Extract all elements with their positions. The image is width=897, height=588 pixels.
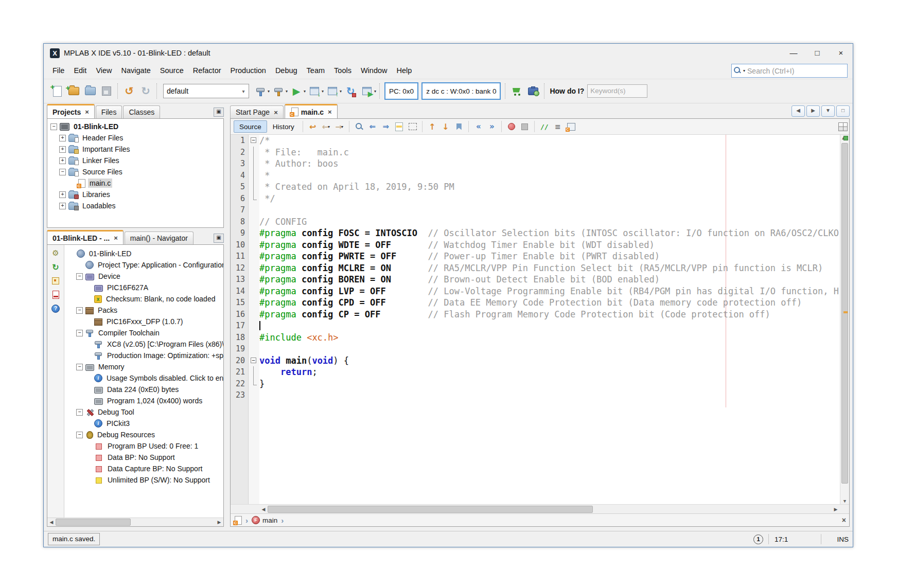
collapse-icon[interactable]: − (76, 364, 83, 370)
navigator-item-pickit3[interactable]: iPICkit3 (64, 418, 223, 429)
marketplace-button[interactable] (508, 82, 525, 100)
menu-help[interactable]: Help (392, 64, 417, 77)
code-line-6[interactable]: 6 */ (231, 193, 849, 205)
collapse-icon[interactable]: − (59, 169, 66, 175)
projects-item-header-files[interactable]: +Header Files (47, 132, 223, 144)
scroll-down-icon[interactable]: ▼ (840, 498, 849, 504)
find-previous-button[interactable]: ⇐ (366, 120, 379, 133)
close-icon[interactable]: × (328, 108, 332, 116)
code-line-3[interactable]: 3 * Author: boos (231, 158, 849, 170)
find-next-button[interactable]: ⇒ (379, 120, 393, 133)
keyword-input[interactable]: Keyword(s) (587, 84, 647, 98)
collapse-icon[interactable]: − (50, 123, 57, 130)
build-project-button[interactable] (252, 82, 269, 100)
save-all-button[interactable] (98, 82, 115, 100)
search-input[interactable]: ▾ Search (Ctrl+I) (731, 64, 848, 78)
menu-view[interactable]: View (91, 64, 116, 77)
fold-collapse-icon[interactable] (248, 135, 259, 147)
expand-icon[interactable]: + (59, 157, 66, 164)
code-line-8[interactable]: 8// CONFIG (231, 216, 849, 228)
close-button[interactable]: × (829, 44, 853, 62)
maximize-editor-button[interactable]: □ (836, 105, 850, 117)
projects-item-libraries[interactable]: +Libraries (47, 189, 223, 200)
fold-collapse-icon[interactable] (248, 355, 259, 367)
navigator-item-program-bp-used-0-free-1[interactable]: Program BP Used: 0 Free: 1 (64, 440, 223, 452)
navigator-item-checksum-blank-no-code-loaded[interactable]: xChecksum: Blank, no code loaded (64, 293, 223, 305)
macro-expansion-button[interactable] (565, 120, 578, 133)
code-line-20[interactable]: 20void main(void) { (231, 355, 849, 367)
code-line-15[interactable]: 15#pragma config CPD = OFF // Data EE Me… (231, 297, 849, 309)
clean-build-button[interactable] (270, 82, 287, 100)
editor-tab-start-page[interactable]: Start Page× (230, 105, 284, 118)
undo-button[interactable]: ↺ (121, 82, 137, 100)
expand-icon[interactable]: + (59, 146, 66, 153)
forward-button[interactable]: →▾ (333, 120, 346, 133)
navigator-item-compiler-toolchain[interactable]: −Compiler Toolchain (64, 327, 223, 338)
collapse-icon[interactable]: − (76, 307, 83, 314)
minimize-window-button[interactable]: ▣ (214, 234, 224, 243)
code-line-22[interactable]: 22} (231, 378, 849, 390)
scroll-tabs-right-button[interactable]: ▶ (806, 105, 820, 117)
open-project-button[interactable] (82, 82, 98, 100)
close-icon[interactable]: × (85, 108, 89, 116)
code-line-17[interactable]: 17 (231, 320, 849, 332)
navigator-item-pic16fxxx-dfp-1-0-7[interactable]: PIC16Fxxx_DFP (1.0.7) (64, 316, 223, 327)
stop-macro-button[interactable] (518, 120, 532, 133)
navigator-item-pic16f627a[interactable]: PIC16F627A (64, 282, 223, 293)
scroll-thumb[interactable] (56, 519, 131, 526)
navigator-item-data-224-0xe0-bytes[interactable]: Data 224 (0xE0) bytes (64, 384, 223, 395)
rectangular-selection-button[interactable] (406, 120, 419, 133)
navigator-tab-main-navigator[interactable]: main() - Navigator (125, 231, 194, 244)
navigator-item-debug-tool[interactable]: −Debug Tool (64, 406, 223, 418)
code-line-21[interactable]: 21 return; (231, 366, 849, 378)
menu-window[interactable]: Window (356, 64, 392, 77)
tab-list-dropdown-button[interactable]: ▼ (821, 105, 835, 117)
source-view-button[interactable]: Source (234, 120, 267, 133)
scroll-tabs-left-button[interactable]: ◀ (792, 105, 805, 117)
collapse-icon[interactable]: − (76, 432, 83, 438)
navigator-item-production-image-optimization-sp[interactable]: Production Image: Optimization: +sp (64, 350, 223, 361)
navigator-item-device[interactable]: −Device (64, 271, 223, 282)
code-line-23[interactable]: 23 (231, 389, 849, 401)
run-project-button[interactable]: ▶ (288, 82, 305, 100)
menu-production[interactable]: Production (226, 64, 271, 77)
reset-device-button[interactable]: ↻ (342, 82, 359, 100)
navigator-item-project-type-application-configuration[interactable]: Project Type: Application - Configuratio… (64, 259, 223, 271)
code-line-11[interactable]: 11#pragma config PWRTE = OFF // Power-up… (231, 251, 849, 262)
notification-badge[interactable]: 1 (753, 534, 763, 544)
code-line-10[interactable]: 10#pragma config WDTE = OFF // Watchdog … (231, 239, 849, 251)
refresh-icon[interactable]: ↻ (50, 262, 61, 272)
next-bookmark-button[interactable]: ↓ (439, 120, 452, 133)
expand-icon[interactable]: + (59, 191, 66, 198)
redo-button[interactable]: ↻ (137, 82, 154, 100)
menu-source[interactable]: Source (155, 64, 188, 77)
expand-icon[interactable]: + (59, 135, 66, 141)
menu-debug[interactable]: Debug (271, 64, 302, 77)
scroll-right-icon[interactable]: ▶ (215, 520, 223, 525)
code-line-12[interactable]: 12#pragma config MCLRE = ON // RA5/MCLR/… (231, 262, 849, 274)
uncomment-button[interactable]: ≡ (551, 120, 565, 133)
code-editor[interactable]: 1/*2 * File: main.c3 * Author: boos4 *5 … (231, 135, 849, 504)
code-line-1[interactable]: 1/* (231, 135, 849, 147)
close-icon[interactable]: × (114, 234, 118, 242)
square-icon[interactable] (50, 276, 61, 286)
collapse-icon[interactable]: − (76, 273, 83, 280)
editor-vscrollbar[interactable]: ▲ ▼ (840, 135, 849, 504)
navigator-item-memory[interactable]: −Memory (64, 361, 223, 372)
projects-item-linker-files[interactable]: +Linker Files (47, 155, 223, 166)
debug-tool-status-button[interactable]: ▶ (359, 82, 375, 100)
menu-edit[interactable]: Edit (69, 64, 91, 77)
back-button[interactable]: ←▾ (320, 120, 333, 133)
scroll-thumb[interactable] (268, 506, 593, 513)
maximize-button[interactable]: □ (805, 44, 829, 62)
scroll-right-icon[interactable]: ▶ (832, 507, 840, 512)
split-editor-button[interactable] (838, 122, 848, 131)
scroll-thumb[interactable] (841, 143, 848, 484)
previous-bookmark-button[interactable]: ↑ (426, 120, 439, 133)
code-line-4[interactable]: 4 * (231, 170, 849, 182)
projects-tab-projects[interactable]: Projects× (47, 104, 95, 118)
code-line-16[interactable]: 16#pragma config CP = OFF // Flash Progr… (231, 309, 849, 320)
navigator-item-unlimited-bp-s-w-no-support[interactable]: Unlimited BP (S/W): No Support (64, 474, 223, 486)
minimize-window-button[interactable]: ▣ (214, 108, 224, 117)
configuration-select[interactable]: default ▾ (163, 84, 249, 98)
